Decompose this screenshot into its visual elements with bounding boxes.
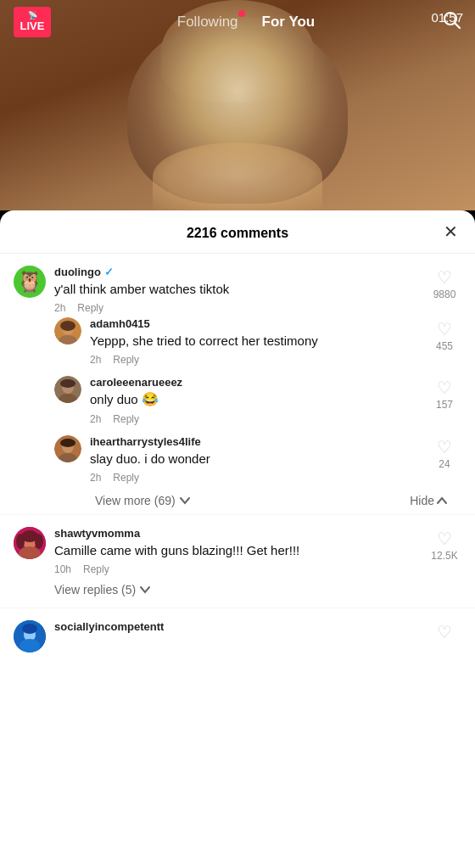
comment-time: 2h — [90, 413, 101, 425]
comment-text: Camille came with guns blazing!!! Get he… — [54, 541, 419, 559]
chevron-down-icon — [179, 495, 191, 507]
like-count: 157 — [436, 399, 453, 411]
live-label: LIVE — [20, 20, 45, 33]
comment-username: shawtyvmomma — [54, 527, 419, 540]
heart-icon[interactable]: ♡ — [437, 269, 452, 286]
person-avatar — [54, 376, 81, 403]
avatar — [54, 435, 81, 462]
view-more-button[interactable]: View more (69) — [95, 494, 191, 507]
like-count: 12.5K — [431, 550, 457, 562]
reply-item: adamh0415 Yeppp, she tried to correct he… — [54, 317, 461, 366]
avatar: 🦉 — [14, 266, 46, 298]
avatar — [14, 620, 46, 652]
comment-meta: 2h Reply — [90, 354, 419, 366]
like-count: 455 — [436, 340, 453, 352]
reply-button[interactable]: Reply — [83, 563, 109, 575]
comment-thread: sociallyincompetentt ♡ — [0, 608, 475, 663]
svg-point-19 — [20, 639, 40, 652]
heart-icon[interactable]: ♡ — [437, 379, 452, 396]
like-column: ♡ 455 — [428, 317, 461, 352]
heart-icon[interactable]: ♡ — [437, 321, 452, 338]
comment-time: 2h — [90, 472, 101, 484]
comment-thread: 🦉 duolingo ✓ y'all think amber watches t… — [0, 254, 475, 515]
comment-item: shawtyvmomma Camille came with guns blaz… — [14, 527, 461, 597]
avatar — [14, 527, 46, 559]
svg-point-4 — [60, 321, 75, 331]
svg-point-9 — [59, 453, 77, 462]
like-column: ♡ 9880 — [428, 266, 461, 300]
avatar — [54, 317, 81, 344]
like-column: ♡ 12.5K — [428, 527, 461, 562]
person-avatar — [54, 435, 81, 462]
comment-username: adamh0415 — [90, 317, 419, 330]
comment-thread: shawtyvmomma Camille came with guns blaz… — [0, 515, 475, 608]
comment-time: 2h — [54, 302, 65, 314]
svg-point-16 — [35, 534, 43, 549]
comments-panel: 2216 comments ✕ 🦉 duolingo ✓ y'all think… — [0, 210, 475, 868]
comments-header: 2216 comments ✕ — [0, 210, 475, 254]
comment-meta: 2h Reply — [90, 413, 419, 425]
reply-button[interactable]: Reply — [77, 302, 103, 314]
svg-point-6 — [59, 394, 77, 403]
comment-meta: 10h Reply — [54, 563, 419, 575]
comment-username: iheartharrystyles4life — [90, 435, 419, 448]
heart-icon[interactable]: ♡ — [437, 624, 452, 641]
reply-button[interactable]: Reply — [113, 472, 139, 484]
comment-body: shawtyvmomma Camille came with guns blaz… — [54, 527, 419, 597]
chevron-down-icon — [139, 584, 151, 596]
hide-button[interactable]: Hide — [410, 494, 448, 507]
comment-meta: 2h Reply — [54, 302, 419, 314]
comment-username: caroleeenarueeez — [90, 376, 419, 389]
comment-item: 🦉 duolingo ✓ y'all think amber watches t… — [14, 266, 461, 314]
reply-button[interactable]: Reply — [113, 354, 139, 366]
comment-text: Yeppp, she tried to correct her testimon… — [90, 332, 419, 350]
tab-following[interactable]: Following — [177, 14, 238, 31]
svg-line-1 — [455, 24, 461, 29]
like-column: ♡ 24 — [428, 435, 461, 470]
verified-icon: ✓ — [104, 266, 114, 278]
view-replies-button[interactable]: View replies (5) — [54, 583, 151, 596]
comment-text: slay duo. i do wonder — [90, 450, 419, 468]
comment-body: sociallyincompetentt — [54, 620, 419, 633]
comment-body: caroleeenarueeez only duo 😂 2h Reply — [90, 376, 419, 425]
nav-tabs: Following For You — [177, 14, 315, 31]
heart-icon[interactable]: ♡ — [437, 530, 452, 547]
person-avatar — [54, 317, 81, 344]
close-button[interactable]: ✕ — [444, 223, 458, 240]
tab-for-you[interactable]: For You — [262, 14, 316, 31]
broadcast-icon: 📡 — [28, 12, 37, 20]
comment-body: iheartharrystyles4life slay duo. i do wo… — [90, 435, 419, 484]
reply-item: caroleeenarueeez only duo 😂 2h Reply ♡ 1… — [54, 376, 461, 425]
replies-container: adamh0415 Yeppp, she tried to correct he… — [54, 317, 461, 507]
comment-text: y'all think amber watches tiktok — [54, 280, 419, 298]
like-column: ♡ — [428, 620, 461, 641]
comments-title: 2216 comments — [187, 226, 288, 241]
comment-text: only duo 😂 — [90, 390, 419, 409]
comment-time: 10h — [54, 563, 71, 575]
svg-point-10 — [60, 439, 75, 447]
search-icon[interactable] — [441, 9, 461, 35]
comment-meta: 2h Reply — [90, 472, 419, 484]
like-count: 24 — [439, 458, 450, 470]
view-more-row: View more (69) Hide — [95, 494, 461, 507]
duolingo-owl-icon: 🦉 — [17, 272, 42, 292]
svg-point-7 — [60, 379, 75, 388]
svg-point-20 — [22, 624, 37, 634]
comment-item: sociallyincompetentt ♡ — [14, 620, 461, 652]
comment-body: adamh0415 Yeppp, she tried to correct he… — [90, 317, 419, 366]
notification-dot — [238, 10, 245, 17]
comment-username: duolingo ✓ — [54, 266, 419, 278]
chevron-up-icon — [436, 495, 448, 507]
avatar — [54, 376, 81, 403]
comment-body: duolingo ✓ y'all think amber watches tik… — [54, 266, 419, 314]
svg-point-15 — [16, 534, 25, 549]
reply-item: iheartharrystyles4life slay duo. i do wo… — [54, 435, 461, 484]
comment-username: sociallyincompetentt — [54, 620, 419, 633]
reply-button[interactable]: Reply — [113, 413, 139, 425]
heart-icon[interactable]: ♡ — [437, 439, 452, 456]
like-count: 9880 — [433, 288, 456, 300]
comment-time: 2h — [90, 354, 101, 366]
like-column: ♡ 157 — [428, 376, 461, 411]
live-badge: 📡 LIVE — [14, 7, 51, 37]
svg-point-3 — [59, 335, 77, 344]
